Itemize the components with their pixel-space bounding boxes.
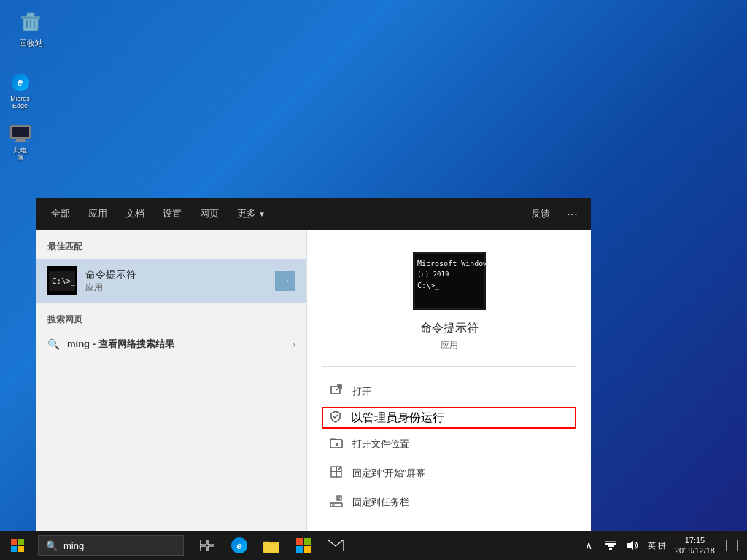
svg-rect-7 bbox=[12, 127, 29, 137]
search-web-text: ming - 查看网络搜索结果 bbox=[67, 338, 292, 351]
svg-rect-8 bbox=[16, 139, 25, 141]
cmd-type: 应用 bbox=[85, 281, 275, 294]
language-indicator[interactable]: 英 拼 bbox=[644, 540, 670, 551]
app-preview-name: 命令提示符 bbox=[420, 321, 479, 336]
action-pin-taskbar[interactable]: 固定到任务栏 bbox=[322, 489, 576, 516]
show-hidden-icons[interactable]: ∧ bbox=[578, 531, 599, 560]
svg-rect-46 bbox=[605, 543, 616, 545]
nav-apps[interactable]: 应用 bbox=[81, 201, 115, 226]
mail-taskbar-icon[interactable] bbox=[320, 531, 352, 560]
action-pin-start[interactable]: 固定到"开始"屏幕 bbox=[322, 459, 576, 487]
nav-feedback[interactable]: 反馈 bbox=[524, 201, 557, 226]
notification-center-button[interactable] bbox=[720, 531, 743, 560]
best-match-cmd[interactable]: C:\>_ 命令提示符 应用 → bbox=[36, 259, 306, 303]
time-text: 17:15 bbox=[675, 535, 715, 545]
task-view-button[interactable] bbox=[191, 531, 223, 560]
sound-icon[interactable] bbox=[622, 531, 643, 560]
recycle-bin-img bbox=[16, 7, 45, 36]
svg-rect-42 bbox=[304, 546, 311, 553]
search-nav-bar: 全部 应用 文档 设置 网页 更多 ▼ 反馈 ··· bbox=[36, 198, 591, 230]
svg-rect-37 bbox=[208, 546, 214, 551]
svg-rect-9 bbox=[14, 141, 27, 142]
pin-start-icon bbox=[329, 465, 344, 481]
recycle-bin-icon[interactable]: 回收站 bbox=[9, 7, 53, 49]
svg-line-28 bbox=[338, 497, 341, 499]
svg-marker-48 bbox=[627, 541, 633, 550]
search-query: ming bbox=[67, 338, 90, 349]
cmd-name: 命令提示符 bbox=[85, 268, 275, 281]
search-web-title: 搜索网页 bbox=[36, 314, 306, 332]
taskbar-search-icon: 🔍 bbox=[46, 540, 58, 551]
nav-web[interactable]: 网页 bbox=[193, 201, 226, 226]
cmd-arrow[interactable]: → bbox=[275, 271, 295, 291]
search-web-icon: 🔍 bbox=[47, 338, 60, 350]
edge-label: MicrosEdge bbox=[10, 96, 30, 110]
svg-rect-24 bbox=[336, 472, 341, 477]
date-text: 2019/12/18 bbox=[675, 545, 715, 556]
svg-text:C:\>_: C:\>_ bbox=[417, 281, 440, 290]
actions-list: 打开 以管理员身份运行 bbox=[322, 378, 576, 516]
mypc-label: 此电脑 bbox=[14, 147, 27, 162]
svg-rect-45 bbox=[608, 545, 614, 547]
search-web-item[interactable]: 🔍 ming - 查看网络搜索结果 › bbox=[36, 332, 306, 357]
nav-all[interactable]: 全部 bbox=[44, 201, 77, 226]
taskbar-center-icons: e bbox=[191, 531, 352, 560]
edge-icon-desktop[interactable]: e MicrosEdge bbox=[0, 66, 40, 114]
taskbar-search-box[interactable]: 🔍 ming bbox=[38, 535, 184, 556]
cmd-icon-best-match: C:\>_ bbox=[47, 266, 77, 295]
search-body: 最佳匹配 C:\>_ 命令提示符 应用 → bbox=[36, 230, 591, 531]
action-open[interactable]: 打开 bbox=[322, 378, 576, 405]
start-button[interactable] bbox=[0, 531, 35, 560]
chevron-down-icon: ▼ bbox=[258, 210, 266, 218]
svg-line-19 bbox=[336, 385, 341, 390]
taskbar: 🔍 ming e bbox=[0, 531, 747, 560]
system-tray: ∧ 英 拼 17:15 2019/12/18 bbox=[578, 531, 747, 560]
svg-rect-30 bbox=[11, 539, 17, 545]
action-open-location[interactable]: 打开文件位置 bbox=[322, 430, 576, 458]
svg-rect-41 bbox=[296, 546, 303, 553]
app-preview-icon: Microsoft Windows (c) 2019 C:\>_ bbox=[413, 252, 486, 310]
svg-rect-40 bbox=[304, 538, 311, 545]
folder-icon bbox=[329, 436, 344, 452]
search-left-panel: 最佳匹配 C:\>_ 命令提示符 应用 → bbox=[36, 230, 306, 531]
explorer-taskbar-icon[interactable] bbox=[255, 531, 287, 560]
svg-rect-27 bbox=[332, 505, 335, 506]
pin-taskbar-label: 固定到任务栏 bbox=[352, 496, 409, 509]
svg-text:C:\>_: C:\>_ bbox=[52, 276, 75, 286]
edge-logo: e bbox=[12, 74, 29, 91]
edge-taskbar-icon[interactable]: e bbox=[223, 531, 255, 560]
edge-icon-inner: e bbox=[231, 537, 247, 553]
svg-rect-2 bbox=[27, 13, 34, 17]
svg-rect-21 bbox=[331, 467, 336, 472]
action-run-as-admin[interactable]: 以管理员身份运行 bbox=[322, 407, 576, 429]
run-as-admin-label: 以管理员身份运行 bbox=[351, 411, 444, 426]
best-match-title: 最佳匹配 bbox=[36, 241, 306, 259]
open-icon bbox=[329, 384, 344, 400]
network-icon[interactable] bbox=[600, 531, 621, 560]
mypc-icon-desktop[interactable]: 此电脑 bbox=[0, 117, 40, 166]
nav-more-dots[interactable]: ··· bbox=[561, 203, 584, 225]
svg-rect-38 bbox=[263, 542, 279, 553]
search-right-panel: Microsoft Windows (c) 2019 C:\>_ 命令提示符 应… bbox=[306, 230, 591, 531]
nav-docs[interactable]: 文档 bbox=[118, 201, 152, 226]
nav-settings[interactable]: 设置 bbox=[155, 201, 189, 226]
datetime-display[interactable]: 17:15 2019/12/18 bbox=[671, 535, 719, 556]
nav-more[interactable]: 更多 ▼ bbox=[230, 201, 273, 226]
svg-rect-36 bbox=[200, 546, 206, 551]
svg-text:Microsoft Windows: Microsoft Windows bbox=[417, 260, 486, 268]
svg-rect-17 bbox=[444, 284, 444, 291]
divider-line bbox=[322, 366, 576, 367]
open-label: 打开 bbox=[352, 385, 371, 398]
pin-taskbar-icon bbox=[329, 494, 344, 510]
recycle-bin-label: 回收站 bbox=[19, 38, 43, 49]
shield-icon bbox=[329, 410, 342, 426]
svg-rect-34 bbox=[200, 540, 206, 545]
search-popup: 全部 应用 文档 设置 网页 更多 ▼ 反馈 ··· 最佳匹配 bbox=[36, 198, 591, 531]
pin-start-label: 固定到"开始"屏幕 bbox=[352, 467, 425, 480]
search-web-section: 搜索网页 🔍 ming - 查看网络搜索结果 › bbox=[36, 303, 306, 357]
store-taskbar-icon[interactable] bbox=[287, 531, 320, 560]
svg-line-25 bbox=[338, 467, 341, 470]
svg-rect-31 bbox=[18, 539, 24, 545]
svg-rect-33 bbox=[18, 546, 24, 552]
svg-rect-35 bbox=[208, 540, 214, 545]
